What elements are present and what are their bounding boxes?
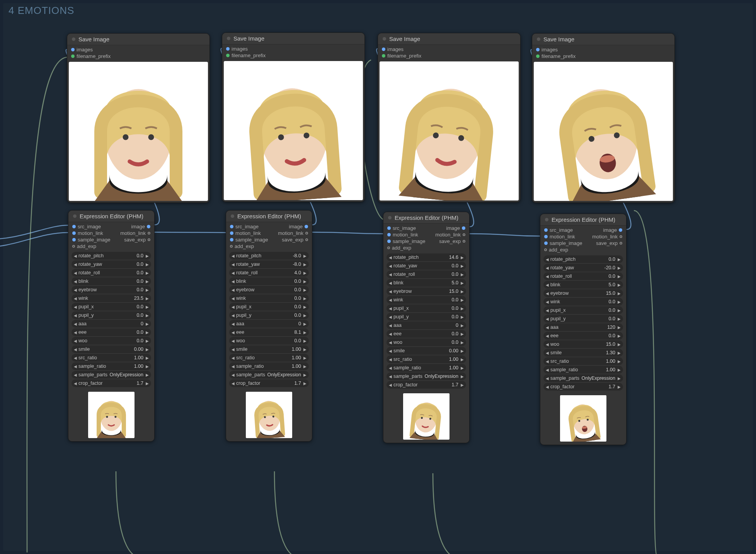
collapse-dot-icon[interactable] [537, 37, 540, 41]
param-value[interactable]: 0.0 [576, 257, 617, 262]
param-eee[interactable]: ◀ eee 0.0 ▶ [72, 328, 151, 336]
increment-icon[interactable]: ▶ [145, 364, 150, 369]
param-value[interactable]: 0.0 [245, 338, 303, 343]
param-value[interactable]: 0.0 [254, 287, 303, 292]
param-value[interactable]: 0.00 [90, 347, 145, 352]
param-blink[interactable]: ◀ blink 0.0 ▶ [72, 277, 151, 285]
param-value[interactable]: OnlyExpression [579, 376, 617, 381]
increment-icon[interactable]: ▶ [145, 339, 150, 343]
param-value[interactable]: -20.0 [574, 265, 617, 270]
increment-icon[interactable]: ▶ [460, 332, 465, 336]
node-header[interactable]: Save Image [67, 34, 209, 45]
collapse-dot-icon[interactable] [545, 218, 548, 221]
param-value[interactable]: 0.0 [566, 316, 617, 321]
increment-icon[interactable]: ▶ [145, 381, 150, 386]
save-image-node[interactable]: Save Image images filename_prefix [532, 33, 675, 203]
param-aaa[interactable]: ◀ aaa 0 ▶ [387, 321, 466, 329]
save-image-node[interactable]: Save Image images filename_prefix [378, 33, 521, 202]
increment-icon[interactable]: ▶ [303, 279, 307, 284]
decrement-icon[interactable]: ◀ [73, 373, 78, 377]
param-smile[interactable]: ◀ smile 0.00 ▶ [72, 345, 151, 353]
decrement-icon[interactable]: ◀ [388, 315, 393, 319]
input-port-icon[interactable] [544, 235, 548, 238]
input-port-icon[interactable] [226, 54, 230, 57]
param-crop_factor[interactable]: ◀ crop_factor 1.7 ▶ [387, 381, 466, 389]
param-rotate_pitch[interactable]: ◀ rotate_pitch 14.6 ▶ [387, 253, 466, 261]
param-woo[interactable]: ◀ woo 0.0 ▶ [229, 337, 309, 345]
increment-icon[interactable]: ▶ [617, 317, 621, 321]
param-wink[interactable]: ◀ wink 23.5 ▶ [72, 294, 151, 302]
decrement-icon[interactable]: ◀ [73, 254, 78, 258]
input-port-icon[interactable] [382, 48, 385, 51]
increment-icon[interactable]: ▶ [460, 289, 465, 294]
param-value[interactable]: OnlyExpression [422, 374, 460, 379]
param-value[interactable]: 1.00 [421, 365, 460, 370]
decrement-icon[interactable]: ◀ [388, 374, 393, 379]
param-eyebrow[interactable]: ◀ eyebrow 0.0 ▶ [72, 286, 151, 294]
decrement-icon[interactable]: ◀ [73, 288, 78, 292]
param-crop_factor[interactable]: ◀ crop_factor 1.7 ▶ [229, 379, 309, 387]
collapse-dot-icon[interactable] [72, 37, 75, 41]
param-value[interactable]: 0.0 [403, 297, 460, 302]
param-wink[interactable]: ◀ wink 0.0 ▶ [229, 294, 309, 302]
decrement-icon[interactable]: ◀ [388, 349, 393, 353]
param-eyebrow[interactable]: ◀ eyebrow 15.0 ▶ [387, 287, 466, 295]
param-rotate_roll[interactable]: ◀ rotate_roll 0.0 ▶ [72, 269, 151, 277]
increment-icon[interactable]: ▶ [303, 364, 307, 369]
decrement-icon[interactable]: ◀ [73, 279, 78, 284]
param-rotate_yaw[interactable]: ◀ rotate_yaw -20.0 ▶ [543, 264, 623, 272]
param-value[interactable]: 1.00 [106, 364, 145, 369]
param-value[interactable]: 0.0 [100, 270, 145, 275]
decrement-icon[interactable]: ◀ [388, 255, 393, 260]
param-rotate_yaw[interactable]: ◀ rotate_yaw -8.0 ▶ [229, 260, 309, 268]
increment-icon[interactable]: ▶ [617, 342, 621, 347]
input-port-icon[interactable] [387, 240, 391, 243]
increment-icon[interactable]: ▶ [460, 340, 465, 345]
param-value[interactable]: OnlyExpression [265, 372, 303, 377]
param-value[interactable]: 0.0 [89, 279, 145, 284]
param-value[interactable]: 1.7 [575, 384, 617, 389]
increment-icon[interactable]: ▶ [145, 288, 150, 292]
param-src_ratio[interactable]: ◀ src_ratio 1.00 ▶ [72, 354, 151, 362]
increment-icon[interactable]: ▶ [460, 383, 465, 387]
param-value[interactable]: 0.0 [572, 274, 617, 279]
param-src_ratio[interactable]: ◀ src_ratio 1.00 ▶ [543, 357, 623, 365]
output-port-icon[interactable] [619, 228, 622, 232]
param-sample_parts[interactable]: ◀ sample_parts OnlyExpression ▶ [72, 371, 151, 379]
decrement-icon[interactable]: ◀ [388, 289, 393, 294]
node-header[interactable]: Save Image [532, 34, 674, 45]
input-port-icon[interactable] [536, 54, 540, 58]
decrement-icon[interactable]: ◀ [231, 339, 235, 343]
increment-icon[interactable]: ▶ [617, 257, 621, 262]
param-eyebrow[interactable]: ◀ eyebrow 0.0 ▶ [229, 286, 309, 294]
param-rotate_roll[interactable]: ◀ rotate_roll 4.0 ▶ [229, 269, 309, 277]
decrement-icon[interactable]: ◀ [388, 281, 393, 285]
decrement-icon[interactable]: ◀ [73, 262, 78, 267]
increment-icon[interactable]: ▶ [617, 308, 621, 313]
increment-icon[interactable]: ▶ [617, 351, 621, 355]
param-blink[interactable]: ◀ blink 0.0 ▶ [229, 277, 309, 285]
input-port-icon[interactable] [387, 246, 390, 249]
param-rotate_yaw[interactable]: ◀ rotate_yaw 0.0 ▶ [72, 260, 151, 268]
increment-icon[interactable]: ▶ [145, 313, 150, 318]
input-port-icon[interactable] [226, 47, 230, 51]
input-port-icon[interactable] [544, 248, 547, 251]
param-value[interactable]: OnlyExpression [107, 372, 145, 377]
output-port-icon[interactable] [620, 235, 622, 238]
input-port-icon[interactable] [536, 48, 540, 51]
decrement-icon[interactable]: ◀ [545, 283, 550, 287]
decrement-icon[interactable]: ◀ [73, 364, 78, 369]
increment-icon[interactable]: ▶ [460, 272, 465, 277]
decrement-icon[interactable]: ◀ [545, 334, 550, 338]
increment-icon[interactable]: ▶ [303, 373, 307, 377]
increment-icon[interactable]: ▶ [460, 323, 465, 328]
decrement-icon[interactable]: ◀ [545, 257, 550, 262]
input-port-icon[interactable] [72, 231, 76, 235]
decrement-icon[interactable]: ◀ [388, 332, 393, 336]
increment-icon[interactable]: ▶ [460, 357, 465, 362]
param-value[interactable]: 0.0 [252, 304, 303, 309]
decrement-icon[interactable]: ◀ [231, 313, 235, 318]
increment-icon[interactable]: ▶ [460, 366, 465, 370]
decrement-icon[interactable]: ◀ [545, 266, 550, 270]
decrement-icon[interactable]: ◀ [545, 368, 550, 372]
